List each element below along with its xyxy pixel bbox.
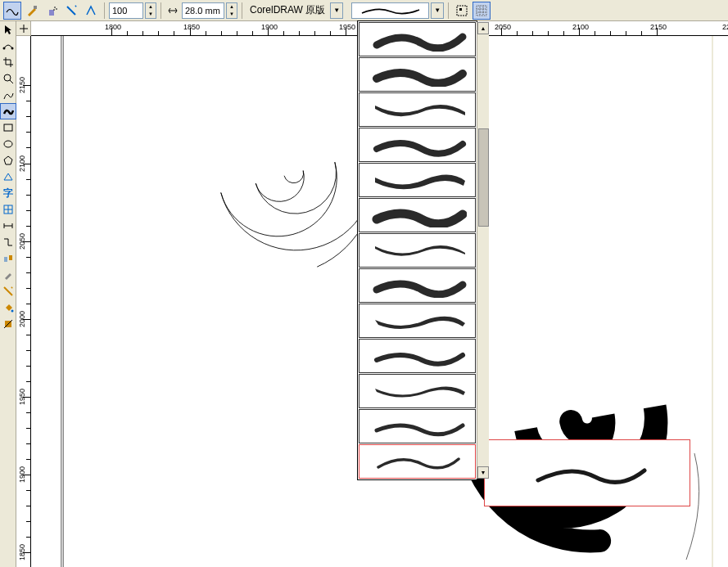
brush-mode-btn[interactable] — [23, 2, 41, 20]
ruler-origin[interactable] — [16, 21, 31, 36]
artistic-media-icon — [2, 106, 14, 117]
table-tool[interactable] — [0, 201, 16, 218]
dimension-icon — [2, 220, 14, 232]
fill-icon — [2, 302, 14, 313]
zoom-tool[interactable] — [0, 70, 16, 87]
artistic-media-tool[interactable] — [0, 103, 16, 119]
svg-point-3 — [56, 8, 57, 10]
svg-rect-20 — [9, 255, 12, 260]
stroke-preset-item[interactable] — [359, 339, 476, 373]
nib-size-input[interactable] — [182, 2, 224, 19]
ruler-tick: 2100 — [572, 23, 589, 31]
spin-up-icon[interactable]: ▲ — [146, 3, 156, 11]
interactive-fill-icon — [2, 318, 14, 330]
stroke-list-scrollbar[interactable]: ▲ ▼ — [477, 22, 489, 479]
stroke-preset-item[interactable] — [359, 92, 476, 127]
scrollbar-v-gutter — [712, 36, 713, 567]
stroke-preset-item-selected[interactable] — [359, 444, 476, 479]
snap-grid-btn[interactable] — [473, 2, 491, 20]
pick-tool[interactable] — [0, 21, 16, 38]
origin-icon — [20, 25, 28, 33]
bounding-box-icon — [455, 4, 468, 17]
connector-tool[interactable] — [0, 234, 16, 250]
brush-icon — [25, 4, 38, 17]
stroke-preset-item[interactable] — [359, 163, 476, 197]
stroke-preview-icon — [358, 5, 423, 16]
shape-tool[interactable] — [0, 38, 16, 54]
stroke-preset-item[interactable] — [359, 409, 476, 443]
width-icon — [167, 5, 179, 16]
toolbox: 字 — [0, 21, 16, 567]
stroke-preset-item[interactable] — [359, 57, 476, 92]
scroll-down-btn[interactable]: ▼ — [477, 466, 489, 479]
calligraphic-mode-btn[interactable] — [62, 2, 80, 20]
svg-point-8 — [11, 47, 14, 50]
svg-line-10 — [10, 80, 13, 83]
smoothing-input[interactable] — [109, 2, 143, 19]
svg-point-2 — [54, 7, 56, 8]
stroke-preset-item[interactable] — [359, 268, 476, 303]
crop-tool[interactable] — [0, 54, 16, 70]
stroke-preset-item[interactable] — [359, 304, 476, 338]
shapes-icon — [2, 171, 14, 182]
outline-tool[interactable] — [0, 283, 16, 299]
stroke-preset-preview[interactable] — [351, 2, 429, 19]
spin-down-icon[interactable]: ▼ — [146, 11, 156, 18]
stroke-preset-item[interactable] — [359, 233, 476, 268]
ellipse-tool[interactable] — [0, 136, 16, 152]
ruler-tick: 2150 — [650, 23, 667, 31]
interactive-blend-tool[interactable] — [0, 250, 16, 267]
bounding-box-btn[interactable] — [453, 2, 471, 20]
pressure-icon — [84, 4, 97, 17]
ruler-tick: 2200 — [722, 23, 728, 31]
polygon-tool[interactable] — [0, 152, 16, 169]
calligraphic-icon — [65, 4, 78, 17]
property-bar: ▲▼ ▲▼ CorelDRAW 原版 ▼ ▼ — [0, 0, 728, 21]
preset-collection-dropdown[interactable]: ▼ — [330, 2, 343, 19]
interactive-fill-tool[interactable] — [0, 316, 16, 332]
spin-down-icon[interactable]: ▼ — [227, 11, 237, 18]
nib-size-spinner[interactable]: ▲▼ — [226, 2, 237, 19]
stroke-preset-item[interactable] — [359, 22, 476, 56]
vertical-ruler[interactable]: 2150 2100 2050 2000 1950 1900 1850 — [16, 36, 31, 567]
svg-rect-11 — [4, 124, 12, 131]
shape-icon — [2, 40, 14, 52]
sprayer-mode-btn[interactable] — [43, 2, 61, 20]
scroll-thumb[interactable] — [478, 128, 489, 227]
scroll-up-btn[interactable]: ▲ — [477, 22, 489, 34]
freehand-tool[interactable] — [0, 87, 16, 103]
spin-up-icon[interactable]: ▲ — [227, 3, 237, 11]
stroke-preset-item[interactable] — [359, 128, 476, 162]
svg-point-4 — [53, 9, 55, 11]
nib-size-icon-btn — [165, 2, 180, 20]
separator — [448, 2, 449, 19]
smoothing-spinner[interactable]: ▲▼ — [145, 2, 156, 19]
dimension-tool[interactable] — [0, 218, 16, 234]
separator — [104, 2, 105, 19]
text-icon: 字 — [3, 187, 13, 200]
stroke-preset-dropdown-arrow[interactable]: ▼ — [431, 2, 444, 19]
pressure-mode-btn[interactable] — [82, 2, 100, 20]
pick-icon — [2, 24, 14, 35]
stroke-preset-item[interactable] — [359, 374, 476, 408]
svg-point-12 — [4, 141, 12, 147]
svg-point-21 — [11, 310, 14, 313]
rectangle-icon — [2, 122, 14, 133]
snap-grid-icon — [475, 4, 488, 17]
preset-stroke-mode-btn[interactable] — [3, 2, 21, 20]
fill-tool[interactable] — [0, 299, 16, 316]
polygon-icon — [2, 155, 14, 166]
stroke-preset-preview-popout — [484, 439, 690, 506]
preset-stroke-icon — [6, 4, 19, 17]
rectangle-tool[interactable] — [0, 119, 16, 136]
stroke-preset-item[interactable] — [359, 198, 476, 232]
blend-icon — [2, 253, 14, 264]
svg-rect-19 — [4, 257, 7, 262]
svg-point-9 — [4, 74, 11, 81]
eyedropper-tool[interactable] — [0, 267, 16, 283]
spray-icon — [45, 4, 58, 17]
text-tool[interactable]: 字 — [0, 185, 16, 201]
basic-shapes-tool[interactable] — [0, 169, 16, 185]
eyedropper-icon — [2, 269, 14, 281]
ruler-tick: 1950 — [339, 23, 355, 31]
